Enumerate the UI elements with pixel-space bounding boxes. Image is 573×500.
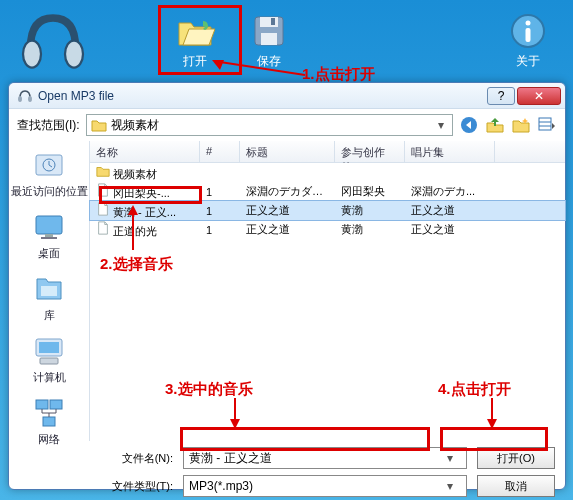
- views-icon[interactable]: [537, 115, 557, 135]
- sidebar-recent[interactable]: 最近访问的位置: [9, 147, 89, 199]
- file-row[interactable]: 冈田梨央-...1深淵のデカダン...冈田梨央深淵のデカ...: [90, 182, 565, 201]
- host-toolbar: 打开 保存 关于: [0, 0, 573, 80]
- filetype-label: 文件类型(T):: [109, 479, 173, 494]
- open-app-button[interactable]: 打开: [160, 11, 230, 70]
- svg-rect-22: [41, 286, 57, 296]
- sidebar-desktop[interactable]: 桌面: [9, 209, 89, 261]
- col-artist[interactable]: 参与创作的...: [335, 141, 405, 162]
- svg-point-12: [28, 96, 32, 102]
- dialog-titlebar: Open MP3 file ? ✕: [9, 83, 565, 109]
- file-rows: 视频素材 冈田梨央-...1深淵のデカダン...冈田梨央深淵のデカ... 黄渤 …: [90, 163, 565, 441]
- filename-combo[interactable]: 黄渤 - 正义之道 ▾: [183, 447, 467, 469]
- up-icon[interactable]: [485, 115, 505, 135]
- svg-rect-8: [526, 28, 531, 42]
- sidebar-library[interactable]: 库: [9, 271, 89, 323]
- svg-rect-4: [261, 33, 277, 45]
- dialog-bottom: 文件名(N): 黄渤 - 正义之道 ▾ 打开(O) 文件类型(T): MP3(*…: [9, 441, 565, 500]
- svg-point-11: [18, 96, 22, 102]
- sidebar-network[interactable]: 网络: [9, 395, 89, 447]
- cancel-button[interactable]: 取消: [477, 475, 555, 497]
- lookin-label: 查找范围(I):: [17, 117, 80, 134]
- headphones-icon: [17, 88, 33, 104]
- lookin-value: 视频素材: [111, 117, 159, 134]
- save-app-button[interactable]: 保存: [234, 11, 304, 70]
- file-row[interactable]: 正道的光1正义之道黄渤正义之道: [90, 220, 565, 239]
- svg-rect-3: [260, 17, 278, 27]
- back-icon[interactable]: [459, 115, 479, 135]
- open-app-label: 打开: [160, 53, 230, 70]
- svg-rect-19: [36, 216, 62, 234]
- lookin-combo[interactable]: 视频素材 ▾: [86, 114, 453, 136]
- folder-row[interactable]: 视频素材: [90, 163, 565, 182]
- col-album[interactable]: 唱片集: [405, 141, 495, 162]
- svg-point-0: [23, 40, 41, 67]
- new-folder-icon[interactable]: [511, 115, 531, 135]
- col-name[interactable]: 名称: [90, 141, 200, 162]
- dialog-title: Open MP3 file: [38, 89, 487, 103]
- col-num[interactable]: #: [200, 141, 240, 162]
- headphones-logo: [8, 3, 98, 78]
- svg-rect-27: [50, 400, 62, 409]
- svg-rect-24: [39, 342, 59, 353]
- about-app-button[interactable]: 关于: [493, 11, 563, 70]
- svg-point-7: [526, 20, 531, 25]
- svg-rect-14: [539, 118, 551, 130]
- svg-rect-5: [271, 18, 275, 25]
- svg-rect-25: [40, 358, 58, 364]
- sidebar-computer[interactable]: 计算机: [9, 333, 89, 385]
- col-title[interactable]: 标题: [240, 141, 335, 162]
- svg-rect-26: [36, 400, 48, 409]
- filetype-combo[interactable]: MP3(*.mp3) ▾: [183, 475, 467, 497]
- chevron-down-icon: ▾: [447, 451, 461, 465]
- filetype-value: MP3(*.mp3): [189, 479, 253, 493]
- chevron-down-icon: ▾: [447, 479, 461, 493]
- svg-rect-20: [45, 234, 53, 237]
- svg-point-1: [65, 40, 83, 67]
- chevron-down-icon: ▾: [434, 115, 448, 135]
- lookin-row: 查找范围(I): 视频素材 ▾: [9, 109, 565, 141]
- about-app-label: 关于: [493, 53, 563, 70]
- filename-value: 黄渤 - 正义之道: [189, 450, 272, 467]
- places-sidebar: 最近访问的位置 桌面 库 计算机 网络: [9, 141, 89, 441]
- columns-header[interactable]: 名称 # 标题 参与创作的... 唱片集: [90, 141, 565, 163]
- file-row[interactable]: 黄渤 - 正义...1正义之道黄渤正义之道: [90, 201, 565, 220]
- file-list: 名称 # 标题 参与创作的... 唱片集 视频素材 冈田梨央-...1深淵のデカ…: [89, 141, 565, 441]
- svg-rect-21: [41, 237, 57, 239]
- close-button[interactable]: ✕: [517, 87, 561, 105]
- svg-rect-28: [43, 417, 55, 426]
- help-button[interactable]: ?: [487, 87, 515, 105]
- save-app-label: 保存: [234, 53, 304, 70]
- open-button[interactable]: 打开(O): [477, 447, 555, 469]
- folder-icon: [91, 117, 107, 133]
- filename-label: 文件名(N):: [109, 451, 173, 466]
- open-file-dialog: Open MP3 file ? ✕ 查找范围(I): 视频素材 ▾ 最近访问的位…: [8, 82, 566, 490]
